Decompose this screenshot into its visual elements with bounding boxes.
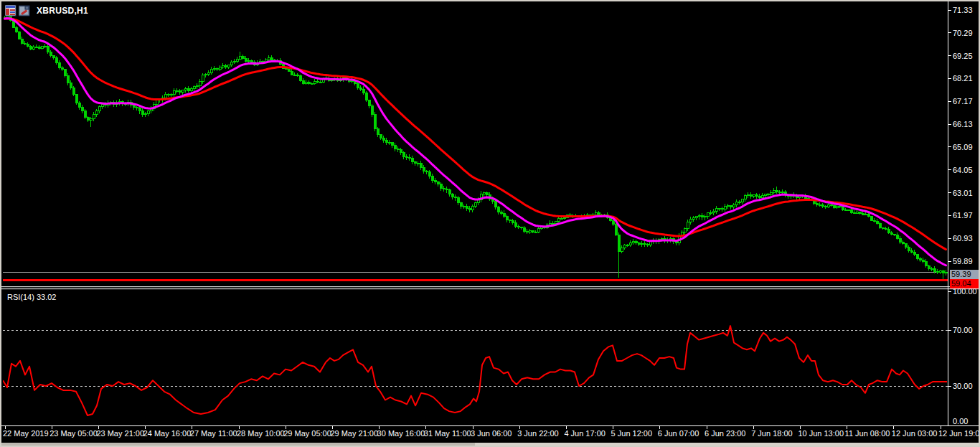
- time-tick-label: 7 Jun 18:00: [751, 429, 793, 438]
- chart-background: [1, 1, 979, 446]
- rsi-tick-label: 0.00: [953, 417, 968, 425]
- price-tick-label: 63.01: [953, 189, 973, 197]
- rsi-indicator-label: RSI(14) 33.02: [7, 293, 56, 301]
- time-tick-label: 3 Jun 06:00: [471, 429, 512, 438]
- time-tick-label: 12 Jun 19:00: [938, 429, 979, 438]
- time-tick-label: 23 May 05:00: [50, 429, 98, 438]
- price-tick-label: 71.33: [953, 6, 973, 14]
- price-tick-label: 65.09: [953, 143, 973, 151]
- time-tick-label: 23 May 21:00: [96, 429, 144, 438]
- price-tick-label: 64.05: [953, 166, 973, 174]
- chart-header: XBRUSD,H1: [5, 5, 88, 17]
- candle: [75, 94, 77, 105]
- price-tick-label: 68.21: [953, 74, 973, 83]
- candle: [615, 223, 617, 236]
- price-tick-label: 60.93: [953, 234, 973, 243]
- time-tick-label: 27 May 11:00: [190, 429, 237, 438]
- time-tick-label: 4 Jun 17:00: [564, 429, 606, 438]
- price-tick-label: 59.89: [953, 257, 973, 265]
- panel-splitter-2[interactable]: [1, 288, 979, 289]
- price-tick-label: 69.25: [953, 52, 973, 60]
- time-tick-label: 6 Jun 23:00: [705, 429, 746, 438]
- time-tick-label: 3 Jun 22:00: [517, 429, 559, 438]
- panel-splitter[interactable]: [1, 286, 979, 287]
- time-tick-label: 6 Jun 07:00: [658, 429, 699, 438]
- candle: [374, 112, 376, 131]
- candle: [371, 104, 373, 117]
- horizontal-scrollbar[interactable]: [1, 443, 979, 446]
- time-tick-label: 29 May 21:00: [330, 429, 378, 438]
- horizontal-scrollbar-thumb[interactable]: [475, 443, 979, 446]
- chart-canvas[interactable]: 71.3370.2969.2568.2167.1766.1365.0964.05…: [1, 1, 979, 446]
- time-tick-label: 31 May 11:00: [424, 429, 471, 438]
- candle: [870, 216, 872, 221]
- hline-price-box: 59.04: [950, 279, 980, 288]
- candle: [859, 212, 861, 215]
- time-tick-label: 30 May 16:00: [377, 429, 425, 438]
- time-tick-label: 11 Jun 08:00: [845, 429, 890, 438]
- trade-hammer-icon[interactable]: [19, 5, 30, 17]
- candle: [299, 75, 301, 82]
- time-tick-label: 28 May 10:00: [237, 429, 285, 438]
- bid-price-box: 59.39: [950, 270, 980, 279]
- rsi-tick-label: 30.00: [953, 382, 973, 390]
- candle: [18, 31, 20, 39]
- time-tick-label: 24 May 16:00: [143, 429, 192, 438]
- time-tick-label: 10 Jun 13:00: [798, 429, 844, 438]
- candle: [67, 73, 69, 85]
- price-tick-label: 70.29: [953, 29, 973, 37]
- rsi-tick-label: 70.00: [953, 326, 973, 334]
- mt4-chart-window: 71.3370.2969.2568.2167.1766.1365.0964.05…: [0, 0, 980, 447]
- time-tick-label: 22 May 2019: [3, 429, 49, 438]
- price-tick-label: 67.17: [953, 97, 973, 105]
- time-tick-label: 5 Jun 12:00: [611, 429, 653, 438]
- symbol-timeframe-label: XBRUSD,H1: [37, 6, 88, 16]
- time-tick-label: 12 Jun 03:00: [892, 429, 938, 438]
- price-tick-label: 61.97: [953, 211, 973, 220]
- price-tick-label: 66.13: [953, 120, 973, 128]
- chart-table-icon[interactable]: [5, 5, 17, 17]
- time-tick-label: 29 May 05:00: [283, 429, 331, 438]
